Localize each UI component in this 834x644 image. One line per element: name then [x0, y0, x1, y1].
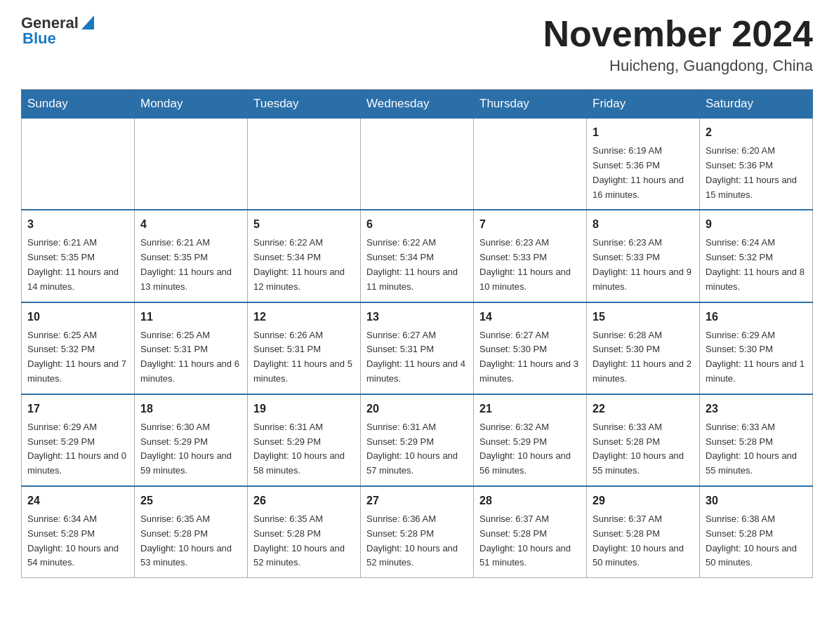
- day-info: Sunrise: 6:33 AM Sunset: 5:28 PM Dayligh…: [593, 420, 694, 478]
- day-info: Sunrise: 6:37 AM Sunset: 5:28 PM Dayligh…: [479, 512, 581, 570]
- day-number: 25: [140, 492, 241, 509]
- day-number: 29: [593, 492, 694, 509]
- calendar-day: 14Sunrise: 6:27 AM Sunset: 5:30 PM Dayli…: [474, 302, 587, 394]
- day-info: Sunrise: 6:25 AM Sunset: 5:32 PM Dayligh…: [27, 328, 128, 387]
- title-block: November 2024 Huicheng, Guangdong, China: [543, 14, 813, 75]
- day-info: Sunrise: 6:19 AM Sunset: 5:36 PM Dayligh…: [593, 144, 694, 202]
- calendar-table: Sunday Monday Tuesday Wednesday Thursday…: [21, 89, 813, 578]
- day-number: 30: [706, 492, 807, 509]
- location-subtitle: Huicheng, Guangdong, China: [543, 57, 813, 75]
- day-info: Sunrise: 6:36 AM Sunset: 5:28 PM Dayligh…: [366, 512, 468, 570]
- calendar-day: 11Sunrise: 6:25 AM Sunset: 5:31 PM Dayli…: [135, 302, 248, 394]
- calendar-day: 9Sunrise: 6:24 AM Sunset: 5:32 PM Daylig…: [700, 210, 813, 302]
- day-number: 27: [366, 492, 468, 509]
- calendar-day: 26Sunrise: 6:35 AM Sunset: 5:28 PM Dayli…: [248, 486, 361, 578]
- calendar-day: [22, 119, 135, 210]
- calendar-day: 15Sunrise: 6:28 AM Sunset: 5:30 PM Dayli…: [587, 302, 700, 394]
- calendar-day: 13Sunrise: 6:27 AM Sunset: 5:31 PM Dayli…: [361, 302, 474, 394]
- calendar-header-row: Sunday Monday Tuesday Wednesday Thursday…: [22, 90, 813, 119]
- day-number: 28: [479, 492, 581, 509]
- calendar-day: 12Sunrise: 6:26 AM Sunset: 5:31 PM Dayli…: [248, 302, 361, 394]
- calendar-day: 27Sunrise: 6:36 AM Sunset: 5:28 PM Dayli…: [361, 486, 474, 578]
- day-info: Sunrise: 6:22 AM Sunset: 5:34 PM Dayligh…: [253, 236, 355, 294]
- page-header: General Blue November 2024 Huicheng, Gua…: [21, 14, 813, 75]
- day-info: Sunrise: 6:27 AM Sunset: 5:30 PM Dayligh…: [479, 328, 581, 387]
- day-number: 1: [593, 124, 694, 141]
- day-info: Sunrise: 6:20 AM Sunset: 5:36 PM Dayligh…: [706, 144, 807, 202]
- calendar-day: 2Sunrise: 6:20 AM Sunset: 5:36 PM Daylig…: [700, 119, 813, 210]
- day-info: Sunrise: 6:34 AM Sunset: 5:28 PM Dayligh…: [27, 512, 128, 570]
- day-number: 26: [253, 492, 355, 509]
- day-info: Sunrise: 6:25 AM Sunset: 5:31 PM Dayligh…: [140, 328, 241, 387]
- calendar-day: 1Sunrise: 6:19 AM Sunset: 5:36 PM Daylig…: [587, 119, 700, 210]
- col-tuesday: Tuesday: [248, 90, 361, 119]
- calendar-week-1: 1Sunrise: 6:19 AM Sunset: 5:36 PM Daylig…: [22, 119, 813, 210]
- calendar-day: [361, 119, 474, 210]
- day-info: Sunrise: 6:28 AM Sunset: 5:30 PM Dayligh…: [593, 328, 694, 387]
- calendar-day: 4Sunrise: 6:21 AM Sunset: 5:35 PM Daylig…: [135, 210, 248, 302]
- calendar-day: 6Sunrise: 6:22 AM Sunset: 5:34 PM Daylig…: [361, 210, 474, 302]
- calendar-day: 17Sunrise: 6:29 AM Sunset: 5:29 PM Dayli…: [22, 394, 135, 486]
- col-thursday: Thursday: [474, 90, 587, 119]
- day-info: Sunrise: 6:22 AM Sunset: 5:34 PM Dayligh…: [366, 236, 468, 294]
- calendar-week-2: 3Sunrise: 6:21 AM Sunset: 5:35 PM Daylig…: [22, 210, 813, 302]
- day-number: 20: [366, 401, 468, 417]
- calendar-day: 23Sunrise: 6:33 AM Sunset: 5:28 PM Dayli…: [700, 394, 813, 486]
- calendar-week-5: 24Sunrise: 6:34 AM Sunset: 5:28 PM Dayli…: [22, 486, 813, 578]
- day-number: 10: [27, 309, 128, 326]
- day-info: Sunrise: 6:21 AM Sunset: 5:35 PM Dayligh…: [140, 236, 241, 294]
- day-info: Sunrise: 6:35 AM Sunset: 5:28 PM Dayligh…: [253, 512, 355, 570]
- day-number: 3: [27, 216, 128, 233]
- col-wednesday: Wednesday: [361, 90, 474, 119]
- day-number: 15: [593, 309, 694, 326]
- day-info: Sunrise: 6:21 AM Sunset: 5:35 PM Dayligh…: [27, 236, 128, 294]
- svg-marker-0: [81, 15, 94, 29]
- col-monday: Monday: [135, 90, 248, 119]
- calendar-day: 24Sunrise: 6:34 AM Sunset: 5:28 PM Dayli…: [22, 486, 135, 578]
- col-sunday: Sunday: [22, 90, 135, 119]
- calendar-day: 29Sunrise: 6:37 AM Sunset: 5:28 PM Dayli…: [587, 486, 700, 578]
- day-number: 6: [366, 216, 468, 233]
- day-number: 23: [706, 401, 807, 417]
- logo: General Blue: [21, 14, 94, 48]
- calendar-day: 19Sunrise: 6:31 AM Sunset: 5:29 PM Dayli…: [248, 394, 361, 486]
- calendar-day: 5Sunrise: 6:22 AM Sunset: 5:34 PM Daylig…: [248, 210, 361, 302]
- day-number: 11: [140, 309, 241, 326]
- calendar-day: 21Sunrise: 6:32 AM Sunset: 5:29 PM Dayli…: [474, 394, 587, 486]
- day-info: Sunrise: 6:33 AM Sunset: 5:28 PM Dayligh…: [706, 420, 807, 478]
- day-number: 5: [253, 216, 355, 233]
- col-saturday: Saturday: [700, 90, 813, 119]
- calendar-day: [135, 119, 248, 210]
- day-number: 21: [479, 401, 581, 417]
- day-info: Sunrise: 6:30 AM Sunset: 5:29 PM Dayligh…: [140, 420, 241, 478]
- day-number: 16: [706, 309, 807, 326]
- calendar-day: [474, 119, 587, 210]
- calendar-day: 30Sunrise: 6:38 AM Sunset: 5:28 PM Dayli…: [700, 486, 813, 578]
- day-number: 14: [479, 309, 581, 326]
- day-info: Sunrise: 6:35 AM Sunset: 5:28 PM Dayligh…: [140, 512, 241, 570]
- calendar-day: [248, 119, 361, 210]
- day-number: 8: [593, 216, 694, 233]
- day-info: Sunrise: 6:24 AM Sunset: 5:32 PM Dayligh…: [706, 236, 807, 294]
- calendar-day: 10Sunrise: 6:25 AM Sunset: 5:32 PM Dayli…: [22, 302, 135, 394]
- day-number: 24: [27, 492, 128, 509]
- calendar-week-4: 17Sunrise: 6:29 AM Sunset: 5:29 PM Dayli…: [22, 394, 813, 486]
- calendar-day: 18Sunrise: 6:30 AM Sunset: 5:29 PM Dayli…: [135, 394, 248, 486]
- day-info: Sunrise: 6:38 AM Sunset: 5:28 PM Dayligh…: [706, 512, 807, 570]
- day-info: Sunrise: 6:23 AM Sunset: 5:33 PM Dayligh…: [593, 236, 694, 294]
- calendar-day: 22Sunrise: 6:33 AM Sunset: 5:28 PM Dayli…: [587, 394, 700, 486]
- day-info: Sunrise: 6:23 AM Sunset: 5:33 PM Dayligh…: [479, 236, 581, 294]
- day-info: Sunrise: 6:32 AM Sunset: 5:29 PM Dayligh…: [479, 420, 581, 478]
- day-info: Sunrise: 6:27 AM Sunset: 5:31 PM Dayligh…: [366, 328, 468, 387]
- calendar-day: 7Sunrise: 6:23 AM Sunset: 5:33 PM Daylig…: [474, 210, 587, 302]
- day-number: 13: [366, 309, 468, 326]
- logo-arrow-icon: [81, 15, 94, 29]
- day-number: 22: [593, 401, 694, 417]
- day-number: 7: [479, 216, 581, 233]
- month-title: November 2024: [543, 14, 813, 54]
- day-number: 9: [706, 216, 807, 233]
- calendar-day: 16Sunrise: 6:29 AM Sunset: 5:30 PM Dayli…: [700, 302, 813, 394]
- day-number: 17: [27, 401, 128, 417]
- day-info: Sunrise: 6:29 AM Sunset: 5:29 PM Dayligh…: [27, 420, 128, 478]
- calendar-day: 20Sunrise: 6:31 AM Sunset: 5:29 PM Dayli…: [361, 394, 474, 486]
